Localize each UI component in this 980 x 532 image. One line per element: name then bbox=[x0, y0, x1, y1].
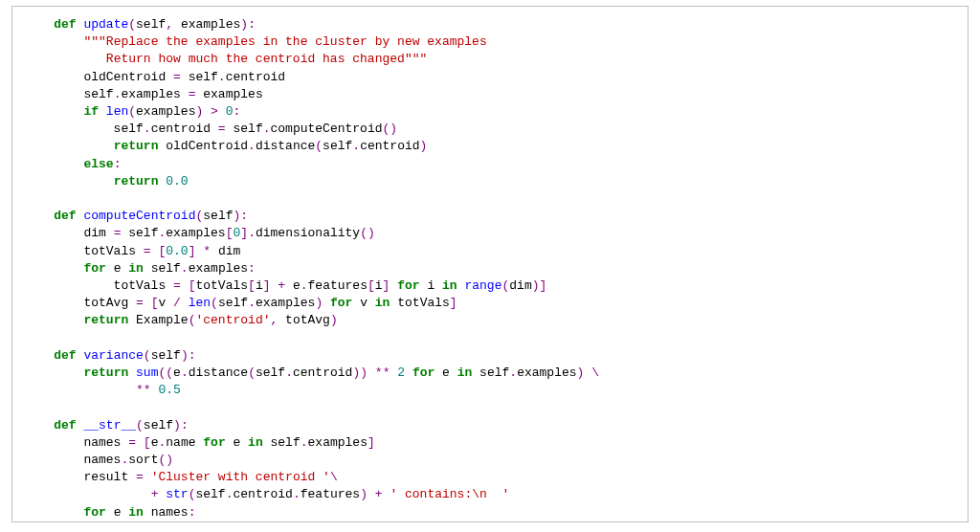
code-frame: def update(self, examples): """Replace t… bbox=[11, 6, 969, 522]
python-source-code: def update(self, examples): """Replace t… bbox=[12, 16, 968, 522]
